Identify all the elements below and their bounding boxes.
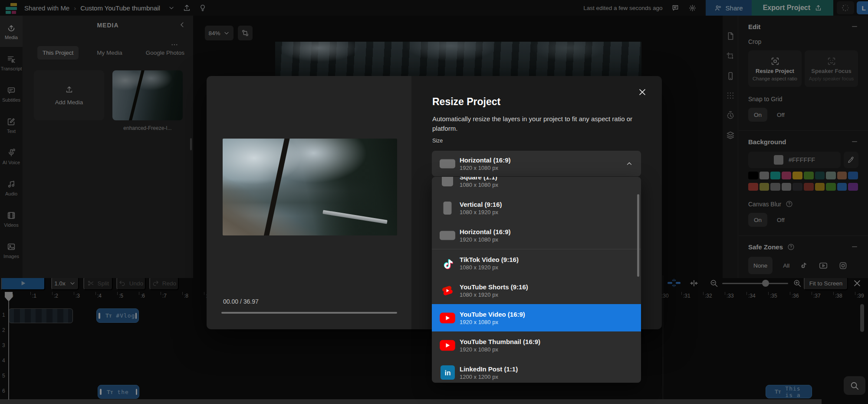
size-option-horizontal-16-9[interactable]: Horizontal (16:9) 1920 x 1080 px <box>432 222 641 249</box>
aspect-vertical-icon <box>439 201 456 215</box>
size-field-label: Size <box>432 138 443 144</box>
preview-timecode: 00.00 / 36.97 <box>223 298 259 305</box>
size-select-button[interactable]: Horizontal (16:9) 1920 x 1080 px <box>432 151 641 176</box>
size-option-vertical-9-16[interactable]: Vertical (9:16) 1080 x 1920 px <box>432 194 641 222</box>
aspect-square-icon <box>439 177 456 187</box>
selected-size-dimensions: 1920 x 1080 px <box>460 165 511 171</box>
dropdown-scrollbar[interactable] <box>637 194 639 277</box>
modal-title: Resize Project <box>432 96 500 108</box>
preview-scrubber[interactable] <box>221 312 397 314</box>
aspect-horizontal-icon <box>439 230 456 241</box>
modal-preview-pane: 00.00 / 36.97 <box>207 76 411 329</box>
tiktok-icon <box>439 256 456 270</box>
modal-close-icon[interactable] <box>638 87 647 97</box>
youtube-icon <box>439 339 456 351</box>
app-window: Shared with Me › Custom YouTube thumbnai… <box>0 0 868 404</box>
modal-description: Automatically resize the layers in your … <box>432 114 641 133</box>
selected-size-title: Horizontal (16:9) <box>460 156 511 164</box>
linkedin-icon: in <box>439 365 456 380</box>
size-option-square-1-1[interactable]: Square (1:1) 1080 x 1080 px <box>432 177 641 194</box>
size-option-youtube-video-16-9[interactable]: YouTube Video (16:9) 1920 x 1080 px <box>432 304 641 331</box>
youtube-icon <box>439 312 456 324</box>
size-option-youtube-thumbnail-16-9[interactable]: YouTube Thumbnail (16:9) 1920 x 1080 px <box>432 331 641 359</box>
project-preview-frame <box>223 139 397 235</box>
svg-text:in: in <box>444 369 450 377</box>
size-option-tiktok-video-9-16[interactable]: TikTok Video (9:16) 1080 x 1920 px <box>432 249 641 277</box>
chevron-up-icon <box>625 160 633 168</box>
youtube-shorts-icon <box>439 284 456 298</box>
size-option-youtube-shorts-9-16[interactable]: YouTube Shorts (9:16) 1080 x 1920 px <box>432 277 641 304</box>
size-option-linkedin-post-1-1[interactable]: in LinkedIn Post (1:1) 1200 x 1200 px <box>432 359 641 383</box>
aspect-horizontal-icon <box>439 159 456 169</box>
size-options-dropdown: Square (1:1) 1080 x 1080 px Vertical (9:… <box>432 177 641 383</box>
